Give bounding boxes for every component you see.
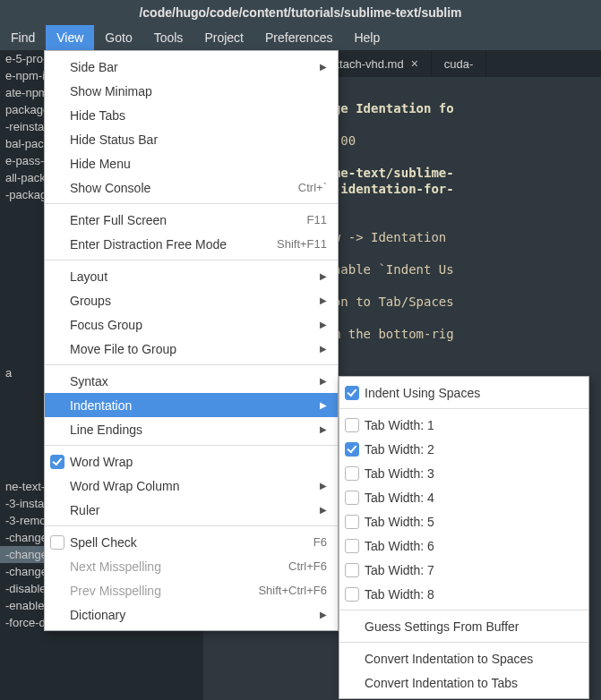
menu-item-accelerator: Ctrl+` [298, 181, 327, 194]
menu-item-label: Ruler [70, 503, 314, 517]
menu-item-label: Focus Group [70, 318, 314, 332]
menu-item-label: Show Console [70, 181, 293, 195]
menu-item[interactable]: Tab Width: 3 [339, 461, 588, 485]
menu-item[interactable]: Dictionary▶ [45, 602, 338, 627]
menu-item-label: Layout [70, 269, 314, 284]
menu-item[interactable]: Convert Indentation to Spaces [339, 646, 588, 670]
menu-item[interactable]: Indent Using Spaces [339, 380, 588, 405]
menu-item[interactable]: Tab Width: 7 [339, 558, 588, 582]
menubar-item-tools[interactable]: Tools [143, 25, 194, 50]
menu-item[interactable]: Tab Width: 8 [339, 582, 588, 606]
window-titlebar: /code/hugo/code/content/tutorials/sublim… [0, 0, 601, 25]
checkbox-icon [50, 535, 64, 550]
checkbox-icon [345, 563, 359, 577]
tab[interactable]: cuda- [432, 50, 487, 77]
menu-item[interactable]: Move File to Group▶ [45, 337, 338, 361]
menu-item[interactable]: Hide Menu [45, 151, 338, 175]
menu-item-label: Enter Distraction Free Mode [70, 237, 271, 252]
menu-item-label: Convert Indentation to Spaces [365, 652, 578, 666]
menu-item[interactable]: Syntax▶ [45, 369, 338, 393]
chevron-right-icon: ▶ [320, 344, 327, 354]
menubar: FindViewGotoToolsProjectPreferencesHelp [0, 25, 601, 50]
menu-item[interactable]: Ruler▶ [45, 498, 338, 522]
menu-item-label: Hide Tabs [70, 108, 327, 123]
menu-item-label: Tab Width: 2 [365, 442, 578, 457]
menu-separator [45, 203, 338, 204]
menu-item: Prev MisspellingShift+Ctrl+F6 [45, 578, 338, 602]
menu-separator [45, 525, 338, 526]
menu-separator [339, 642, 588, 643]
chevron-right-icon: ▶ [320, 610, 327, 619]
menu-item-label: Line Endings [70, 423, 314, 437]
menubar-item-project[interactable]: Project [193, 25, 254, 50]
menu-item[interactable]: Convert Indentation to Tabs [339, 670, 588, 695]
menu-item[interactable]: Groups▶ [45, 288, 338, 312]
chevron-right-icon: ▶ [320, 400, 327, 410]
menu-item-label: Tab Width: 1 [365, 418, 578, 432]
menu-separator [339, 610, 588, 610]
view-menu: Side Bar▶Show MinimapHide TabsHide Statu… [44, 50, 339, 631]
menu-item-label: Next Misspelling [70, 559, 283, 574]
tab-label: cuda- [444, 57, 474, 71]
chevron-right-icon: ▶ [320, 295, 327, 305]
menu-item-label: Tab Width: 7 [365, 563, 578, 577]
menu-item[interactable]: Focus Group▶ [45, 312, 338, 337]
checkbox-icon [345, 466, 359, 481]
checkbox-icon [345, 491, 359, 505]
menu-item[interactable]: Spell CheckF6 [45, 530, 338, 554]
menu-item-label: Tab Width: 6 [365, 539, 578, 553]
menu-item-label: Tab Width: 5 [365, 515, 578, 529]
chevron-right-icon: ▶ [320, 376, 327, 386]
menu-item-accelerator: Shift+Ctrl+F6 [258, 584, 327, 597]
menu-item-label: Move File to Group [70, 342, 314, 356]
menu-item[interactable]: Show Minimap [45, 79, 338, 103]
checkbox-icon [345, 587, 359, 602]
menubar-item-view[interactable]: View [46, 25, 94, 50]
chevron-right-icon: ▶ [320, 481, 327, 491]
menubar-item-goto[interactable]: Goto [94, 25, 142, 50]
menu-item[interactable]: Word Wrap Column▶ [45, 474, 338, 498]
menu-separator [45, 364, 338, 365]
menu-item-label: Syntax [70, 374, 314, 388]
checkbox-icon [50, 455, 64, 469]
menu-separator [339, 408, 588, 409]
menu-item-label: Prev Misspelling [70, 584, 253, 598]
menu-item-label: Tab Width: 4 [365, 491, 578, 505]
menubar-item-help[interactable]: Help [343, 25, 391, 50]
menu-item[interactable]: Tab Width: 2 [339, 437, 588, 461]
menu-item[interactable]: Side Bar▶ [45, 55, 338, 79]
menu-item-label: Groups [70, 294, 314, 308]
menu-item[interactable]: Hide Status Bar [45, 127, 338, 151]
menu-item[interactable]: Layout▶ [45, 264, 338, 288]
menu-item-accelerator: F6 [313, 535, 327, 549]
menu-item[interactable]: Hide Tabs [45, 103, 338, 127]
menu-item-label: Show Minimap [70, 84, 327, 98]
close-icon[interactable]: × [411, 56, 418, 71]
menu-separator [45, 260, 338, 260]
menu-item[interactable]: Word Wrap [45, 449, 338, 474]
menu-item-label: Guess Settings From Buffer [365, 619, 578, 634]
menu-item[interactable]: Guess Settings From Buffer [339, 614, 588, 638]
menu-item[interactable]: Tab Width: 6 [339, 534, 588, 558]
menubar-item-find[interactable]: Find [0, 25, 46, 50]
menu-item[interactable]: Enter Full ScreenF11 [45, 208, 338, 232]
chevron-right-icon: ▶ [320, 505, 327, 515]
menu-item-label: Hide Status Bar [70, 132, 327, 147]
indentation-submenu: Indent Using SpacesTab Width: 1Tab Width… [339, 376, 589, 699]
menu-item[interactable]: Indentation▶ [45, 393, 338, 417]
menu-item[interactable]: Enter Distraction Free ModeShift+F11 [45, 232, 338, 256]
menu-item-label: Word Wrap [70, 455, 327, 469]
chevron-right-icon: ▶ [320, 320, 327, 329]
menu-item: Next MisspellingCtrl+F6 [45, 554, 338, 578]
checkbox-icon [345, 539, 359, 553]
checkbox-icon [345, 418, 359, 432]
menubar-item-preferences[interactable]: Preferences [254, 25, 343, 50]
menu-item[interactable]: Tab Width: 4 [339, 485, 588, 509]
menu-item-label: Indentation [70, 398, 314, 413]
menu-item-accelerator: Ctrl+F6 [288, 559, 327, 573]
menu-item[interactable]: Line Endings▶ [45, 417, 338, 441]
menu-item[interactable]: Tab Width: 5 [339, 509, 588, 534]
menu-item[interactable]: Show ConsoleCtrl+` [45, 175, 338, 200]
menu-item[interactable]: Tab Width: 1 [339, 413, 588, 437]
chevron-right-icon: ▶ [320, 424, 327, 434]
